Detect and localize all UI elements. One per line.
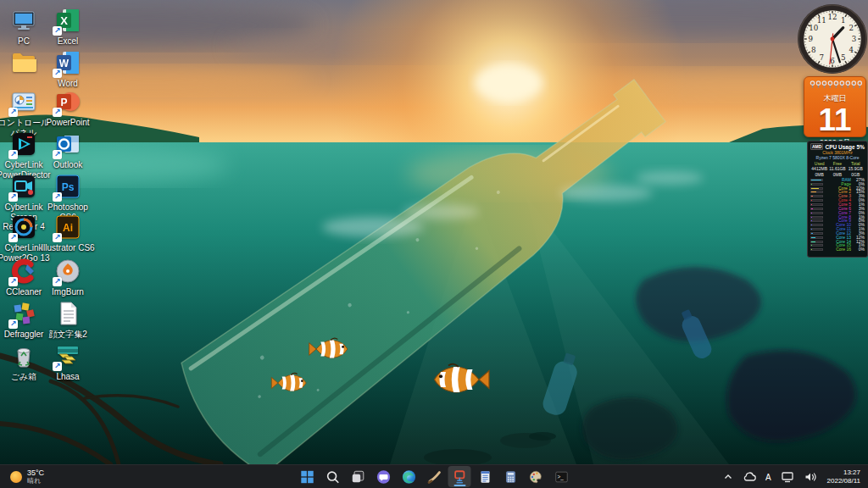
tray-date: 2022/08/11: [827, 477, 860, 485]
tray-clock[interactable]: 13:27 2022/08/11: [825, 467, 863, 487]
analog-clock-gadget[interactable]: 123456789101112: [797, 3, 868, 75]
power2go-icon: ↗: [10, 214, 37, 241]
tray-time: 13:27: [827, 469, 860, 477]
taskbar-paint-icon[interactable]: [525, 466, 548, 487]
cpu-row-label: Core 16: [825, 247, 854, 252]
svg-text:X: X: [60, 14, 68, 27]
desktop-icon-label: Excel: [40, 36, 96, 47]
taskbar-chat-icon[interactable]: [372, 466, 395, 487]
calendar-day: 11: [804, 104, 865, 136]
svg-text:>_: >_: [557, 474, 564, 480]
shortcut-arrow-icon: ↗: [53, 26, 62, 36]
desktop-icon-imgburn[interactable]: ↗ImgBurn: [46, 258, 90, 297]
imgburn-icon: ↗: [54, 258, 81, 285]
shortcut-arrow-icon: ↗: [53, 362, 62, 371]
cpu-gadget-title: CPU Usage: [825, 144, 854, 150]
desktop-icon-label: 顔文字集2: [40, 330, 96, 340]
desktop-icon-label: Lhasa: [40, 372, 96, 382]
taskbar-edge-icon[interactable]: [398, 466, 420, 487]
svg-text:7: 7: [819, 53, 824, 62]
svg-text:Ps: Ps: [62, 181, 75, 193]
taskbar-command-prompt-icon[interactable]: >_: [550, 466, 573, 487]
taskbar-calculator-icon[interactable]: [499, 466, 522, 487]
powerdirector-icon: ↗: [10, 130, 37, 158]
shortcut-arrow-icon: ↗: [8, 277, 18, 286]
excel-icon: X↗: [54, 7, 81, 34]
desktop-icon-word[interactable]: W↗Word: [46, 49, 90, 89]
desktop-icon-outlook[interactable]: ↗Outlook: [46, 130, 90, 170]
desktop-icon-excel[interactable]: X↗Excel: [46, 7, 90, 47]
taskbar-start-icon[interactable]: [296, 466, 319, 487]
cpu-monitor-gadget[interactable]: AMD CPU Usage 5% Clock 3801MHz Ryzen 7 5…: [807, 141, 868, 258]
usage-bar: [810, 232, 823, 235]
shortcut-arrow-icon: ↗: [8, 150, 18, 159]
taskbar: 35°C 晴れ >_ A 13:27 2022/08/11: [0, 464, 868, 488]
shortcut-arrow-icon: ↗: [53, 69, 62, 78]
hidden-icons-chevron-icon[interactable]: [721, 470, 735, 484]
desktop-icon-label: Word: [40, 79, 96, 89]
text-file-icon: [54, 300, 81, 327]
lhasa-icon: ↗: [54, 342, 81, 369]
usage-bar: [810, 183, 823, 186]
weather-condition: 晴れ: [27, 478, 44, 485]
svg-text:Ai: Ai: [63, 222, 73, 234]
svg-text:10: 10: [809, 24, 818, 32]
system-tray: A 13:27 2022/08/11: [721, 465, 865, 488]
network-icon[interactable]: [779, 469, 796, 485]
desktop[interactable]: PCX↗ExcelW↗Word↗コントロール パネルP↗PowerPoint↗C…: [0, 0, 868, 464]
svg-text:9: 9: [809, 35, 814, 43]
pc-icon: [10, 7, 37, 34]
usage-bar: [810, 195, 823, 197]
taskbar-screen-capture-icon[interactable]: [448, 466, 471, 487]
outlook-icon: ↗: [54, 130, 81, 158]
svg-text:4: 4: [849, 46, 854, 54]
taskbar-task-view-icon[interactable]: [347, 466, 370, 487]
shortcut-arrow-icon: ↗: [53, 108, 62, 117]
shortcut-arrow-icon: ↗: [53, 277, 62, 286]
usage-bar: [810, 216, 823, 219]
desktop-icon-label: Illustrator CS6: [40, 243, 96, 253]
cpu-row-core-16: Core 160%: [810, 247, 865, 252]
svg-text:12: 12: [827, 13, 837, 21]
svg-text:8: 8: [811, 46, 816, 54]
word-icon: W↗: [54, 49, 81, 76]
desktop-icon-lhasa[interactable]: ↗Lhasa: [46, 342, 90, 382]
volume-icon[interactable]: [802, 469, 819, 485]
desktop-icon-illustrator[interactable]: Ai↗Illustrator CS6: [46, 214, 90, 253]
screen: PCX↗ExcelW↗Word↗コントロール パネルP↗PowerPoint↗C…: [0, 0, 868, 488]
screen-recorder-icon: ↗: [10, 173, 37, 200]
usage-bar: [810, 208, 823, 210]
usage-bar: [810, 203, 823, 206]
onedrive-cloud-icon[interactable]: [741, 470, 758, 484]
desktop-icon-text-file[interactable]: 顔文字集2: [46, 300, 90, 340]
taskbar-paintbrush-app-icon[interactable]: [423, 466, 446, 487]
weather-widget[interactable]: 35°C 晴れ: [5, 465, 49, 488]
usage-bar: [810, 244, 823, 247]
desktop-icon-power2go[interactable]: ↗CyberLink Power2Go 13: [2, 214, 46, 263]
shortcut-arrow-icon: ↗: [53, 233, 62, 242]
usage-bar: [810, 236, 823, 239]
defraggler-icon: ↗: [10, 300, 37, 327]
desktop-icon-folder[interactable]: [2, 49, 46, 76]
ime-mode-indicator[interactable]: A: [764, 471, 773, 484]
shortcut-arrow-icon: ↗: [8, 233, 18, 242]
usage-bar: [810, 219, 823, 222]
illustrator-icon: Ai↗: [54, 214, 81, 241]
taskbar-search-icon[interactable]: [321, 466, 344, 487]
powerpoint-icon: P↗: [54, 88, 81, 115]
calendar-gadget[interactable]: 木曜日 11 2022 8月: [804, 76, 866, 137]
control-panel-icon: ↗: [10, 88, 37, 115]
cpu-row-value: 0%: [854, 247, 865, 252]
shortcut-arrow-icon: ↗: [53, 192, 62, 202]
sun-icon: [10, 471, 22, 483]
wallpaper-image: [0, 0, 868, 464]
desktop-icon-powerpoint[interactable]: P↗PowerPoint: [46, 88, 90, 128]
ccleaner-icon: ↗: [10, 258, 37, 285]
svg-text:1: 1: [841, 16, 846, 25]
usage-bar: [810, 241, 823, 243]
taskbar-notepad-app-icon[interactable]: [474, 466, 497, 487]
usage-bar: [810, 199, 823, 202]
usage-bar: [810, 212, 823, 214]
usage-bar: [810, 248, 823, 251]
usage-bar: [810, 179, 823, 181]
